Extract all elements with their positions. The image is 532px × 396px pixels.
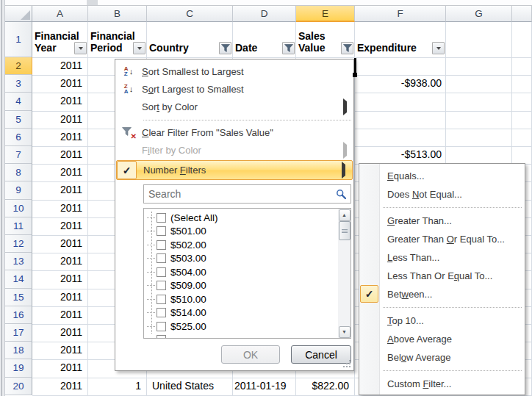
row-header-11[interactable]: 11 [5, 217, 32, 235]
filter-value-row-509-00[interactable]: $509.00 [144, 279, 338, 293]
list-scrollbar[interactable]: ▲ ▼ [338, 209, 351, 338]
cell-A4[interactable]: 2011 [32, 93, 87, 109]
filter-dropdown-button[interactable] [133, 42, 145, 54]
row-header-4[interactable]: 4 [5, 93, 32, 110]
column-header-partial[interactable] [512, 6, 532, 22]
applied-filter-button[interactable] [282, 42, 295, 54]
filter-value-checkbox[interactable] [157, 226, 166, 236]
filter-value-row-510-00[interactable]: $510.00 [144, 292, 338, 306]
submenu-item-custom-filter[interactable]: Custom Filter... [359, 375, 525, 393]
filter-value-checkbox[interactable] [157, 213, 166, 223]
cell-C20[interactable]: United States [147, 378, 232, 395]
row-header-18[interactable]: 18 [5, 342, 32, 359]
filter-value-checkbox[interactable] [157, 335, 166, 339]
applied-filter-button[interactable] [219, 42, 231, 54]
cell-A18[interactable]: 2011 [32, 342, 87, 359]
select-all-corner[interactable] [5, 6, 32, 22]
filter-dropdown-button[interactable] [432, 42, 445, 54]
row-header-16[interactable]: 16 [5, 306, 32, 324]
submenu-item-less-than-or-equal-to[interactable]: Less Than Or Equal To... [359, 267, 525, 285]
filter-value-checkbox[interactable] [157, 267, 166, 277]
cell-A8[interactable]: 2011 [32, 164, 87, 181]
cell-A12[interactable]: 2011 [32, 235, 87, 252]
filter-value-row-514-00[interactable]: $514.00 [144, 306, 338, 320]
cell-A13[interactable]: 2011 [32, 253, 87, 270]
column-header-f[interactable]: F [355, 6, 446, 22]
row-header-7[interactable]: 7 [5, 146, 32, 164]
column-header-e[interactable]: E [296, 6, 355, 22]
scroll-up-icon[interactable]: ▲ [339, 209, 351, 221]
submenu-item-greater-than-or-equal-to[interactable]: Greater Than Or Equal To... [359, 230, 525, 248]
row-header-14[interactable]: 14 [5, 270, 32, 288]
filter-value-checkbox[interactable] [157, 308, 166, 317]
column-header-a[interactable]: A [32, 6, 88, 22]
row-header-20[interactable]: 20 [5, 378, 32, 395]
filter-value-checkbox[interactable] [157, 295, 166, 304]
column-header-g[interactable]: G [446, 6, 512, 22]
column-header-b[interactable]: B [88, 6, 147, 22]
filter-value-checkbox[interactable] [157, 322, 166, 331]
menu-item-sort-by-color[interactable]: Sort by Color [115, 98, 353, 115]
row-header-8[interactable]: 8 [5, 164, 32, 181]
row-header-5[interactable]: 5 [5, 111, 32, 129]
scrollbar-thumb[interactable] [339, 221, 351, 240]
menu-item-sort-smallest-to-largest[interactable]: AZ↓Sort Smallest to Largest [115, 62, 353, 80]
cell-A11[interactable]: 2011 [32, 217, 87, 234]
cell-A3[interactable]: 2011 [32, 75, 87, 92]
filter-value-row-select-all[interactable]: (Select All) [144, 211, 338, 225]
row-header-19[interactable]: 19 [5, 359, 32, 377]
column-header-d[interactable]: D [233, 6, 296, 22]
resize-grip[interactable] [343, 360, 351, 367]
cell-B20[interactable]: 1 [88, 378, 146, 395]
filter-value-row-503-00[interactable]: $503.00 [144, 252, 338, 266]
search-icon[interactable] [336, 189, 347, 200]
cell-A2[interactable]: 2011 [32, 57, 87, 74]
ok-button[interactable]: OK [221, 345, 280, 364]
filter-value-row-525-00[interactable]: $525.00 [144, 320, 338, 334]
menu-item-clear-filter-from-sales-value[interactable]: ✕Clear Filter From "Sales Value" [115, 123, 353, 141]
cell-F3[interactable]: -$938.00 [355, 75, 445, 92]
search-input[interactable] [144, 185, 334, 203]
cell-A6[interactable]: 2011 [32, 129, 87, 145]
menu-item-filter-by-color[interactable]: Filter by Color [115, 141, 353, 159]
submenu-item-greater-than[interactable]: Greater Than... [359, 212, 525, 230]
row-header-10[interactable]: 10 [5, 200, 32, 217]
cell-D20[interactable]: 2011-01-19 [233, 378, 295, 395]
filter-value-checkbox[interactable] [157, 253, 166, 263]
cell-E20[interactable]: $822.00 [296, 378, 354, 395]
cell-A7[interactable]: 2011 [32, 146, 87, 163]
filter-value-row-502-00[interactable]: $502.00 [144, 238, 338, 252]
cell-A17[interactable]: 2011 [32, 324, 87, 341]
cell-A19[interactable]: 2011 [32, 359, 87, 376]
fill-handle[interactable] [353, 73, 357, 77]
submenu-item-top-10[interactable]: Top 10... [359, 312, 525, 330]
row-header-9[interactable]: 9 [5, 181, 32, 199]
filter-value-row-504-00[interactable]: $504.00 [144, 265, 338, 279]
menu-item-number-filters[interactable]: ✓Number Filters [116, 160, 353, 180]
scroll-down-icon[interactable]: ▼ [339, 326, 351, 338]
row-header-12[interactable]: 12 [5, 235, 32, 253]
menu-item-sort-largest-to-smallest[interactable]: ZA↓Sort Largest to Smallest [115, 80, 353, 98]
cell-A9[interactable]: 2011 [32, 181, 87, 198]
row-header-15[interactable]: 15 [5, 289, 32, 306]
filter-dropdown-button[interactable] [74, 42, 87, 54]
cell-A16[interactable]: 2011 [32, 306, 87, 323]
row-header-1[interactable]: 1 [5, 22, 32, 57]
row-header-6[interactable]: 6 [5, 129, 32, 146]
cell-A20[interactable]: 2011 [32, 378, 87, 395]
filter-value-checkbox[interactable] [157, 240, 166, 250]
column-header-c[interactable]: C [147, 6, 233, 22]
submenu-item-equals[interactable]: Equals... [359, 167, 525, 185]
submenu-item-above-average[interactable]: Above Average [359, 330, 525, 348]
row-header-13[interactable]: 13 [5, 253, 32, 270]
row-header-3[interactable]: 3 [5, 75, 32, 93]
filter-value-row-501-00[interactable]: $501.00 [144, 225, 338, 239]
cell-F7[interactable]: -$513.00 [355, 146, 445, 163]
cell-A14[interactable]: 2011 [32, 270, 87, 287]
cell-A15[interactable]: 2011 [32, 289, 87, 306]
row-header-17[interactable]: 17 [5, 324, 32, 342]
filter-value-row-partial[interactable] [144, 334, 338, 339]
row-header-2[interactable]: 2 [5, 57, 32, 75]
cell-A5[interactable]: 2011 [32, 111, 87, 128]
applied-filter-button[interactable] [341, 42, 353, 54]
